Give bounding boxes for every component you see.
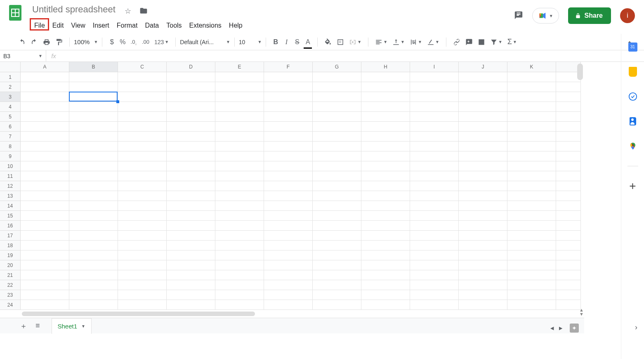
cell[interactable]	[556, 171, 581, 181]
cell[interactable]	[410, 201, 459, 211]
cell[interactable]	[264, 211, 313, 221]
cell[interactable]	[215, 151, 264, 161]
cell[interactable]	[215, 250, 264, 260]
cell[interactable]	[215, 92, 264, 102]
cell[interactable]	[556, 122, 581, 132]
cell[interactable]	[118, 300, 167, 310]
cell[interactable]	[459, 82, 507, 92]
cell[interactable]	[410, 132, 459, 142]
cell[interactable]	[556, 290, 581, 300]
column-header[interactable]: A	[21, 62, 69, 72]
cell[interactable]	[118, 211, 167, 221]
cell[interactable]	[361, 191, 410, 201]
cell[interactable]	[264, 250, 313, 260]
cell[interactable]	[21, 72, 69, 82]
cell[interactable]	[21, 231, 69, 241]
cell[interactable]	[264, 122, 313, 132]
cell[interactable]	[21, 122, 69, 132]
cell[interactable]	[313, 191, 361, 201]
cell[interactable]	[215, 112, 264, 122]
cell[interactable]	[361, 221, 410, 231]
cell[interactable]	[507, 142, 556, 151]
cell[interactable]	[361, 231, 410, 241]
cell[interactable]	[507, 151, 556, 161]
cell[interactable]	[313, 260, 361, 270]
cell[interactable]	[410, 191, 459, 201]
name-box[interactable]: B3 ▼	[0, 50, 46, 61]
get-addons-icon[interactable]: +	[628, 181, 638, 191]
cell[interactable]	[118, 171, 167, 181]
cell[interactable]	[556, 181, 581, 191]
filter-icon[interactable]: ▼	[488, 36, 505, 48]
cell[interactable]	[313, 201, 361, 211]
cell[interactable]	[167, 250, 215, 260]
menu-view[interactable]: View	[67, 21, 89, 31]
cell[interactable]	[313, 72, 361, 82]
cell[interactable]	[459, 112, 507, 122]
cell[interactable]	[21, 181, 69, 191]
cell[interactable]	[21, 260, 69, 270]
cell[interactable]	[410, 112, 459, 122]
cell[interactable]	[361, 72, 410, 82]
menu-extensions[interactable]: Extensions	[186, 21, 225, 31]
cell[interactable]	[556, 250, 581, 260]
cell[interactable]	[313, 82, 361, 92]
cell[interactable]	[215, 270, 264, 280]
cell[interactable]	[361, 270, 410, 280]
column-header[interactable]: F	[264, 62, 313, 72]
cell[interactable]	[264, 82, 313, 92]
cell[interactable]	[410, 231, 459, 241]
cell[interactable]	[459, 300, 507, 310]
cell[interactable]	[507, 290, 556, 300]
cell[interactable]	[167, 171, 215, 181]
cell[interactable]	[118, 142, 167, 151]
cell[interactable]	[215, 260, 264, 270]
cell[interactable]	[69, 171, 118, 181]
cell[interactable]	[410, 72, 459, 82]
cell[interactable]	[313, 290, 361, 300]
cell[interactable]	[118, 161, 167, 171]
redo-icon[interactable]	[28, 36, 40, 48]
cell[interactable]	[215, 72, 264, 82]
sheet-nav-left-icon[interactable]: ◄	[549, 325, 555, 331]
cell[interactable]	[69, 270, 118, 280]
cell[interactable]	[556, 161, 581, 171]
formula-input[interactable]	[61, 50, 644, 61]
cell[interactable]	[167, 211, 215, 221]
cell[interactable]	[459, 290, 507, 300]
cell[interactable]	[459, 122, 507, 132]
cell[interactable]	[69, 112, 118, 122]
cell[interactable]	[69, 102, 118, 112]
cell[interactable]	[507, 300, 556, 310]
cell[interactable]	[215, 102, 264, 112]
cell[interactable]	[167, 82, 215, 92]
paint-format-icon[interactable]	[53, 36, 65, 48]
cell[interactable]	[167, 142, 215, 151]
share-button[interactable]: Share	[568, 7, 611, 24]
cell[interactable]	[167, 241, 215, 250]
column-header[interactable]: E	[215, 62, 264, 72]
cell[interactable]	[167, 280, 215, 290]
cell[interactable]	[264, 102, 313, 112]
vertical-scroll-arrows[interactable]: ▲▼	[579, 308, 584, 316]
cell[interactable]	[69, 181, 118, 191]
cell[interactable]	[167, 161, 215, 171]
cell[interactable]	[556, 260, 581, 270]
cell[interactable]	[215, 171, 264, 181]
cell[interactable]	[556, 82, 581, 92]
cell[interactable]	[556, 201, 581, 211]
cell[interactable]	[215, 132, 264, 142]
cell[interactable]	[264, 241, 313, 250]
cell[interactable]	[264, 132, 313, 142]
cell[interactable]	[69, 201, 118, 211]
cell[interactable]	[507, 92, 556, 102]
cell[interactable]	[118, 260, 167, 270]
doc-title[interactable]: Untitled spreadsheet	[32, 4, 116, 15]
cell[interactable]	[21, 161, 69, 171]
tasks-icon[interactable]	[628, 92, 638, 102]
cell[interactable]	[215, 231, 264, 241]
cell[interactable]	[410, 211, 459, 221]
cell[interactable]	[507, 221, 556, 231]
cell[interactable]	[556, 300, 581, 310]
cell[interactable]	[361, 132, 410, 142]
